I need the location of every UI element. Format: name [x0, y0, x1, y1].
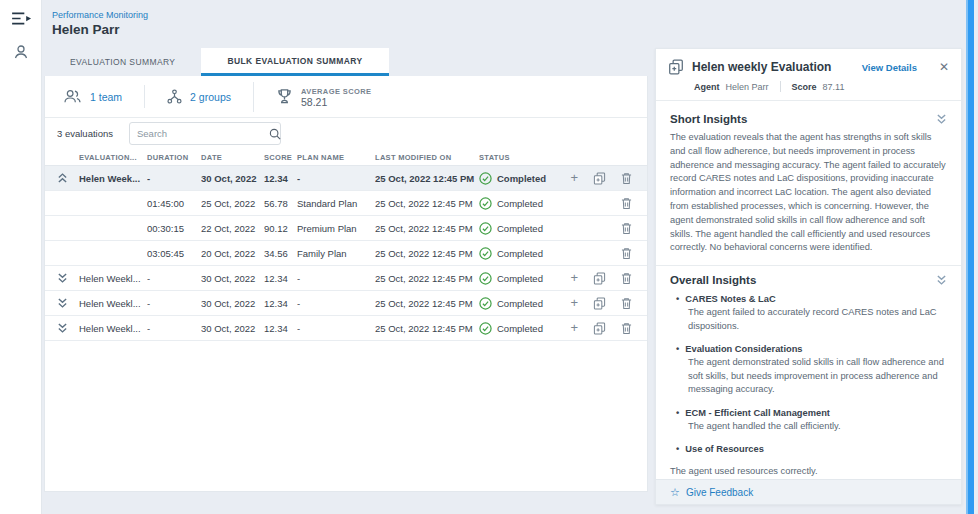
delete-evaluation-icon[interactable]: [621, 272, 632, 285]
column-header[interactable]: LAST MODIFIED ON: [375, 153, 479, 162]
team-stat[interactable]: 1 team: [63, 85, 144, 108]
evaluation-name: Helen Weekl...: [79, 273, 147, 284]
groups-count-link[interactable]: 2 groups: [190, 91, 231, 103]
evaluation-copy-icon: [668, 59, 684, 75]
column-header[interactable]: SCORE: [264, 153, 297, 162]
trophy-icon: [276, 88, 293, 105]
table-row[interactable]: Helen Weekl... - 30 Oct, 2022 12.34 - 25…: [45, 291, 647, 316]
copy-evaluation-icon[interactable]: [593, 272, 606, 285]
last-modified-value: 25 Oct, 2022 12:45 PM: [375, 173, 479, 184]
add-evaluation-icon[interactable]: +: [570, 323, 578, 333]
column-header[interactable]: DURATION: [147, 153, 201, 162]
team-icon: [63, 89, 82, 104]
tab-bulk-evaluation-summary[interactable]: BULK EVALUATION SUMMARY: [201, 48, 388, 76]
delete-evaluation-icon[interactable]: [621, 247, 632, 260]
table-body: Helen Week... - 30 Oct, 2022 12.34 - 25 …: [45, 166, 647, 341]
delete-evaluation-icon[interactable]: [621, 172, 632, 185]
plan-name-value: -: [297, 323, 375, 334]
column-header[interactable]: PLAN NAME: [297, 153, 375, 162]
search-icon[interactable]: [269, 128, 281, 140]
add-evaluation-icon[interactable]: +: [570, 173, 578, 183]
last-modified-value: 25 Oct, 2022 12:45 PM: [375, 223, 479, 234]
collapse-short-insights-icon[interactable]: [936, 114, 947, 124]
table-row[interactable]: Helen Weekl... - 30 Oct, 2022 12.34 - 25…: [45, 266, 647, 291]
insight-item: CARES Notes & LaC The agent failed to ac…: [676, 292, 947, 333]
copy-evaluation-icon[interactable]: [593, 322, 606, 335]
add-evaluation-icon[interactable]: +: [570, 298, 578, 308]
table-row[interactable]: 01:45:00 25 Oct, 2022 56.78 Standard Pla…: [45, 191, 647, 216]
completed-check-icon: [479, 297, 492, 310]
date-value: 30 Oct, 2022: [201, 273, 264, 284]
panel-title: Helen weekly Evaluation: [692, 60, 854, 74]
delete-evaluation-icon[interactable]: [621, 222, 632, 235]
short-insights-text: The evaluation reveals that the agent ha…: [670, 131, 947, 255]
score-value: 12.34: [264, 298, 297, 309]
evaluation-name: Helen Weekl...: [79, 323, 147, 334]
team-count-link[interactable]: 1 team: [90, 91, 122, 103]
status-label: Completed: [497, 198, 543, 209]
search-box[interactable]: [129, 122, 281, 145]
delete-evaluation-icon[interactable]: [621, 197, 632, 210]
collapse-overall-insights-icon[interactable]: [936, 275, 947, 285]
tab-evaluation-summary[interactable]: EVALUATION SUMMARY: [44, 48, 201, 76]
date-value: 25 Oct, 2022: [201, 198, 264, 209]
search-row: 3 evaluations: [45, 118, 647, 149]
date-value: 30 Oct, 2022: [201, 298, 264, 309]
status-label: Completed: [497, 298, 543, 309]
overall-insights-list: CARES Notes & LaC The agent failed to ac…: [670, 292, 947, 456]
evaluations-count: 3 evaluations: [57, 128, 113, 139]
groups-stat[interactable]: 2 groups: [144, 85, 253, 108]
table-row[interactable]: 00:30:15 22 Oct, 2022 90.12 Premium Plan…: [45, 216, 647, 241]
user-icon: [13, 44, 29, 60]
column-header[interactable]: DATE: [201, 153, 264, 162]
expand-row-icon[interactable]: [57, 298, 68, 308]
copy-evaluation-icon[interactable]: [593, 297, 606, 310]
insight-text: The agent failed to accurately record CA…: [688, 306, 947, 333]
collapse-row-icon[interactable]: [57, 173, 68, 183]
table-row[interactable]: Helen Weekl... - 30 Oct, 2022 12.34 - 25…: [45, 316, 647, 341]
close-icon[interactable]: ✕: [939, 60, 949, 74]
table-row[interactable]: Helen Week... - 30 Oct, 2022 12.34 - 25 …: [45, 166, 647, 191]
add-evaluation-icon[interactable]: +: [570, 273, 578, 283]
panel-header: Helen weekly Evaluation View Details ✕ A…: [656, 49, 961, 101]
copy-evaluation-icon[interactable]: [593, 172, 606, 185]
give-feedback-button[interactable]: ☆ Give Feedback: [656, 479, 961, 504]
breadcrumb[interactable]: Performance Monitoring: [52, 10, 148, 20]
date-value: 20 Oct, 2022: [201, 248, 264, 259]
table-row[interactable]: 03:05:45 20 Oct, 2022 34.56 Family Plan …: [45, 241, 647, 266]
score-label: Score: [792, 82, 817, 92]
view-details-link[interactable]: View Details: [862, 62, 917, 73]
overall-insights-heading: Overall Insights: [670, 274, 756, 286]
score-value: 90.12: [264, 223, 297, 234]
last-modified-value: 25 Oct, 2022 12:45 PM: [375, 198, 479, 209]
page-title: Helen Parr: [52, 22, 120, 37]
expand-row-icon[interactable]: [57, 323, 68, 333]
insight-item: Evaluation Considerations The agent demo…: [676, 342, 947, 397]
expand-menu-button[interactable]: [0, 3, 42, 33]
date-value: 30 Oct, 2022: [201, 323, 264, 334]
completed-check-icon: [479, 247, 492, 260]
date-value: 30 Oct, 2022: [201, 173, 264, 184]
last-modified-value: 25 Oct, 2022 12:45 PM: [375, 273, 479, 284]
duration-value: -: [147, 173, 201, 184]
expand-row-icon[interactable]: [57, 273, 68, 283]
user-nav-button[interactable]: [0, 37, 42, 67]
search-input[interactable]: [137, 128, 269, 139]
last-modified-value: 25 Oct, 2022 12:45 PM: [375, 323, 479, 334]
vertical-scrollbar[interactable]: [966, 0, 974, 514]
evaluation-card: EVALUATION SUMMARY BULK EVALUATION SUMMA…: [44, 48, 648, 492]
table-header: EVALUATION...DURATIONDATESCOREPLAN NAMEL…: [45, 149, 647, 166]
column-header[interactable]: EVALUATION...: [79, 153, 147, 162]
duration-value: 01:45:00: [147, 198, 201, 209]
delete-evaluation-icon[interactable]: [621, 322, 632, 335]
column-header[interactable]: STATUS: [479, 153, 561, 162]
meta-divider: [780, 81, 781, 92]
evaluation-name: Helen Week...: [79, 173, 147, 184]
completed-check-icon: [479, 272, 492, 285]
status-label: Completed: [497, 223, 543, 234]
short-insights-heading: Short Insights: [670, 113, 747, 125]
insight-item: Use of Resources: [676, 442, 947, 456]
delete-evaluation-icon[interactable]: [621, 297, 632, 310]
section-divider: [656, 265, 961, 266]
score-value: 34.56: [264, 248, 297, 259]
